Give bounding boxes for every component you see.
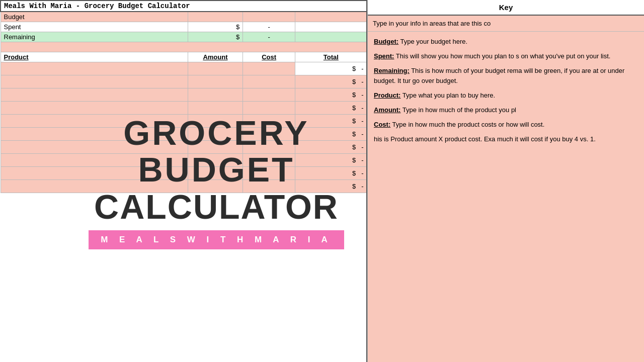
- budget-dollar: [188, 12, 243, 22]
- budget-total: [295, 12, 367, 22]
- budget-value[interactable]: [243, 12, 295, 22]
- total-cell: $ -: [295, 62, 367, 75]
- overlay-line3: CALCULATOR: [0, 189, 367, 225]
- product-cell[interactable]: [1, 75, 188, 88]
- total-cell: $ -: [295, 75, 367, 88]
- budget-row: Budget: [1, 12, 367, 22]
- amount-cell[interactable]: [188, 62, 243, 75]
- total-header: Total: [295, 52, 367, 62]
- table-wrap: Meals With Maria - Grocery Budget Calcul…: [0, 0, 366, 193]
- table-row: $ -: [1, 154, 367, 167]
- key-title: Key: [368, 0, 644, 16]
- spent-label: Spent: [1, 22, 188, 32]
- budget-key-label: Budget:: [374, 38, 398, 45]
- column-header-row: Product Amount Cost Total: [1, 52, 367, 62]
- amount-header: Amount: [188, 52, 243, 62]
- remaining-row: Remaining $ -: [1, 32, 367, 42]
- product-explanation: Product: Type what you plan to buy here.: [374, 90, 638, 101]
- product-cell[interactable]: [1, 62, 188, 75]
- remaining-value: -: [243, 32, 295, 42]
- cost-key-text: Type in how much the product costs or ho…: [390, 121, 544, 128]
- table-row: $ -: [1, 167, 367, 180]
- remaining-dollar: $: [188, 32, 243, 42]
- main-container: Meals With Maria - Grocery Budget Calcul…: [0, 0, 644, 362]
- key-info-bar: Type in your info in areas that are this…: [368, 16, 644, 32]
- empty-row-1: [1, 42, 367, 52]
- spent-value: -: [243, 22, 295, 32]
- budget-explanation: Budget: Type your budget here.: [374, 37, 638, 47]
- table-row: $ -: [1, 102, 367, 115]
- spent-explanation: Spent: This will show you how much you p…: [374, 51, 638, 62]
- table-row: $ -: [1, 128, 367, 141]
- brand-bar: M E A L S W I T H M A R I A: [89, 230, 344, 249]
- product-key-text: Type what you plan to buy here.: [400, 92, 495, 99]
- remaining-key-text: This is how much of your budget rema wil…: [374, 67, 624, 85]
- amount-cell[interactable]: [188, 75, 243, 88]
- spent-total: [295, 22, 367, 32]
- cost-header: Cost: [243, 52, 295, 62]
- budget-label: Budget: [1, 12, 188, 22]
- remaining-total: [295, 32, 367, 42]
- spreadsheet-panel: Meals With Maria - Grocery Budget Calcul…: [0, 0, 367, 362]
- remaining-explanation: Remaining: This is how much of your budg…: [374, 66, 638, 87]
- remaining-key-label: Remaining:: [374, 67, 410, 74]
- budget-key-text: Type your budget here.: [398, 38, 467, 45]
- key-content: Budget: Type your budget here. Spent: Th…: [368, 32, 644, 362]
- amount-explanation: Amount: Type in how much of the product …: [374, 105, 638, 116]
- key-info-text: Type in your info in areas that are this…: [373, 20, 491, 27]
- table-row: $ -: [1, 75, 367, 88]
- amount-key-text: Type in how much of the product you pl: [400, 106, 516, 114]
- cost-cell[interactable]: [243, 62, 295, 75]
- title-row: Meals With Maria - Grocery Budget Calcul…: [1, 1, 367, 12]
- total-key-text: his is Product amount X product cost. Ex…: [374, 135, 596, 143]
- cost-cell[interactable]: [243, 75, 295, 88]
- spent-row: Spent $ -: [1, 22, 367, 32]
- total-explanation: his is Product amount X product cost. Ex…: [374, 134, 638, 145]
- remaining-label: Remaining: [1, 32, 188, 42]
- main-table: Meals With Maria - Grocery Budget Calcul…: [0, 0, 367, 193]
- product-header: Product: [1, 52, 188, 62]
- key-panel: Key Type in your info in areas that are …: [367, 0, 644, 362]
- amount-key-label: Amount:: [374, 106, 400, 114]
- cost-explanation: Cost: Type in how much the product costs…: [374, 120, 638, 130]
- spent-dollar: $: [188, 22, 243, 32]
- cost-key-label: Cost:: [374, 121, 390, 128]
- table-row: $ -: [1, 141, 367, 154]
- spreadsheet-title: Meals With Maria - Grocery Budget Calcul…: [1, 1, 367, 12]
- table-row: $ -: [1, 62, 367, 75]
- spent-key-label: Spent:: [374, 52, 394, 60]
- table-row: $ -: [1, 180, 367, 193]
- spent-key-text: This will show you how much you plan to …: [394, 52, 610, 60]
- table-row: $ -: [1, 88, 367, 102]
- product-key-label: Product:: [374, 92, 400, 99]
- table-row: $ -: [1, 115, 367, 128]
